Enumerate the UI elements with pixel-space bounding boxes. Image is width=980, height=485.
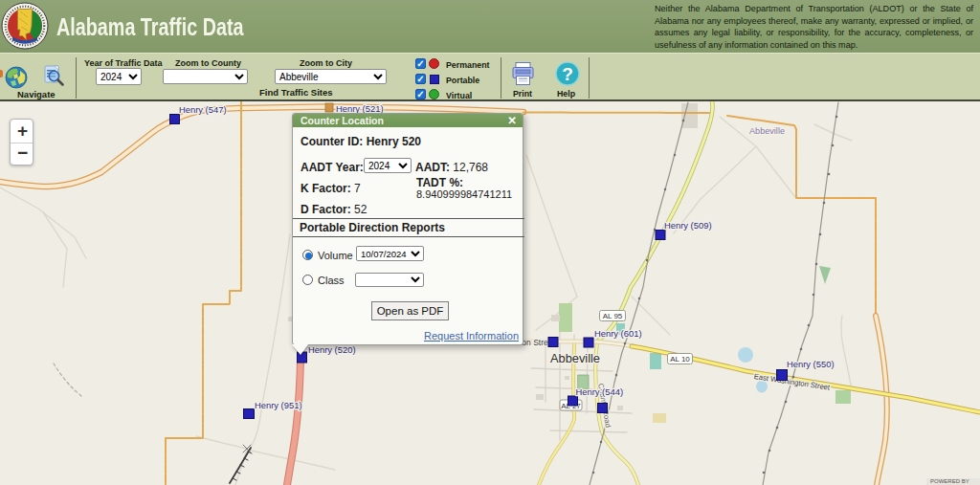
svg-text:Henry (520): Henry (520) xyxy=(308,344,356,355)
svg-text:Abbeville: Abbeville xyxy=(749,125,785,136)
svg-text:Henry (547): Henry (547) xyxy=(179,104,227,115)
svg-text:Henry (509): Henry (509) xyxy=(664,220,712,231)
svg-text:ton Stre: ton Stre xyxy=(520,338,548,347)
svg-text:Henry (951): Henry (951) xyxy=(255,400,302,410)
svg-text:Abbeville: Abbeville xyxy=(550,351,600,365)
svg-text:Henry (601): Henry (601) xyxy=(594,328,642,339)
svg-text:Henry (550): Henry (550) xyxy=(787,359,835,369)
svg-text:Henry (544): Henry (544) xyxy=(576,386,624,397)
svg-text:Henry (521): Henry (521) xyxy=(336,103,384,114)
svg-text:?: ? xyxy=(562,64,573,84)
svg-text:AL 10: AL 10 xyxy=(670,355,690,364)
svg-text:AL 95: AL 95 xyxy=(603,312,623,320)
